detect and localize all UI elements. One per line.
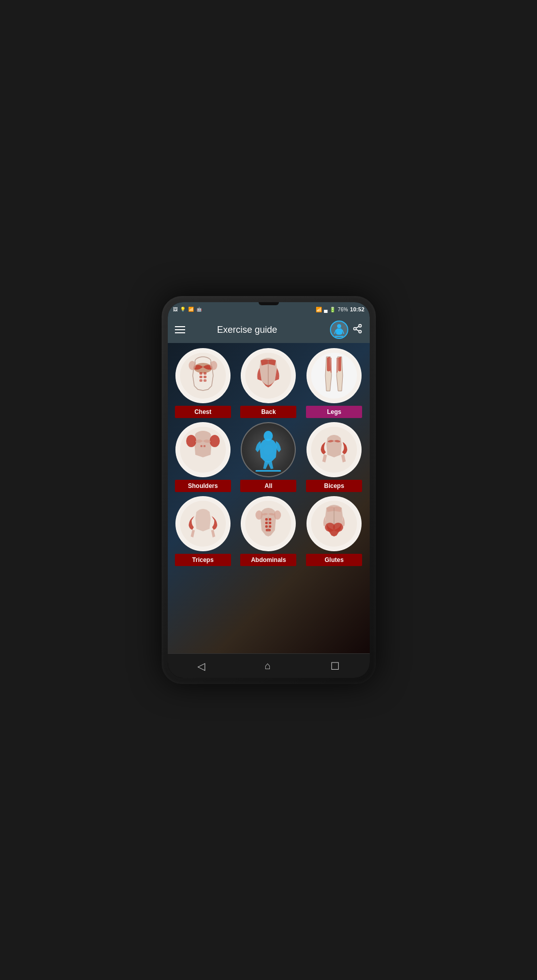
svg-rect-30	[265, 518, 268, 521]
glutes-circle	[306, 496, 362, 551]
back-label: Back	[240, 406, 296, 418]
svg-point-16	[210, 361, 217, 370]
svg-rect-24	[203, 445, 206, 447]
triceps-circle	[175, 496, 231, 551]
share-button[interactable]	[352, 324, 363, 336]
legs-circle	[306, 348, 362, 403]
main-content: Chest	[168, 343, 370, 653]
back-item[interactable]: Back	[237, 348, 300, 418]
all-circle	[241, 422, 296, 477]
svg-point-22	[210, 435, 220, 447]
svg-point-0	[337, 324, 341, 328]
glutes-label: Glutes	[306, 554, 362, 566]
biceps-circle	[306, 422, 362, 477]
shoulders-label: Shoulders	[175, 480, 231, 492]
svg-rect-7	[180, 353, 226, 399]
triceps-label: Triceps	[175, 554, 231, 566]
nav-bar: ◁ ⌂ ☐	[168, 653, 370, 678]
legs-muscle-icon	[311, 353, 357, 399]
abdominals-item[interactable]: Abdominals	[237, 496, 300, 566]
svg-rect-19	[311, 353, 357, 399]
battery-icon: 🔋	[329, 307, 336, 312]
legs-label: Legs	[306, 406, 362, 418]
svg-point-15	[189, 361, 196, 370]
biceps-muscle-icon	[311, 427, 357, 473]
svg-line-5	[356, 329, 359, 331]
svg-rect-9	[199, 372, 202, 375]
legs-item[interactable]: Legs	[303, 348, 366, 418]
share-icon	[352, 324, 363, 334]
svg-rect-31	[269, 518, 271, 521]
battery-percent: 76%	[338, 307, 348, 312]
android-icon: 🤖	[196, 307, 202, 312]
time-display: 10:52	[350, 306, 364, 312]
svg-rect-34	[265, 525, 268, 528]
bulb-icon: 💡	[180, 307, 186, 312]
app-title: Exercise guide	[190, 325, 304, 335]
svg-point-4	[359, 330, 361, 333]
svg-line-6	[356, 326, 359, 328]
svg-rect-33	[269, 522, 271, 524]
app-bar: Exercise guide	[168, 316, 370, 343]
glutes-item[interactable]: Glutes	[303, 496, 366, 566]
chest-muscle-icon	[180, 353, 226, 399]
svg-rect-26	[255, 470, 281, 472]
chest-label: Chest	[175, 406, 231, 418]
shoulders-circle	[175, 422, 231, 477]
abdominals-label: Abdominals	[240, 554, 296, 566]
all-item[interactable]: All	[237, 422, 300, 492]
muscle-grid: Chest	[168, 343, 370, 571]
svg-point-2	[359, 324, 361, 327]
svg-rect-35	[269, 525, 271, 528]
svg-point-39	[274, 510, 281, 520]
home-nav-button[interactable]: ⌂	[265, 660, 271, 672]
phone-notch	[259, 302, 279, 305]
shoulders-item[interactable]: Shoulders	[172, 422, 235, 492]
status-icons-right: 📶 ▄ 🔋 76% 10:52	[316, 306, 364, 312]
chest-circle	[175, 348, 231, 403]
svg-point-21	[186, 435, 196, 447]
abdominals-circle	[241, 496, 296, 551]
svg-rect-12	[203, 376, 207, 378]
svg-rect-23	[200, 445, 202, 447]
all-muscle-icon	[245, 427, 291, 473]
signal-icon: ▄	[324, 307, 327, 312]
recent-nav-button[interactable]: ☐	[330, 660, 340, 672]
shoulders-muscle-icon	[180, 427, 226, 473]
svg-rect-1	[335, 336, 343, 337]
svg-rect-11	[199, 376, 202, 378]
svg-point-3	[353, 327, 356, 330]
phone-frame: 🖼 💡 📶 🤖 📶 ▄ 🔋 76% 10:52 Exercise guide	[162, 296, 376, 684]
chest-item[interactable]: Chest	[172, 348, 235, 418]
status-icons-left: 🖼 💡 📶 🤖	[173, 307, 202, 312]
glutes-muscle-icon	[311, 501, 357, 547]
svg-rect-32	[265, 522, 268, 524]
menu-button[interactable]	[175, 326, 185, 333]
wifi-signal-icon: 📶	[188, 307, 194, 312]
svg-point-38	[255, 510, 263, 520]
triceps-muscle-icon	[180, 501, 226, 547]
biceps-label: Biceps	[306, 480, 362, 492]
svg-point-43	[333, 523, 343, 532]
app-bar-icons	[330, 321, 363, 339]
wifi-icon: 📶	[316, 307, 322, 312]
abdominals-muscle-icon	[245, 501, 291, 547]
svg-rect-13	[199, 379, 202, 382]
back-muscle-icon	[245, 353, 291, 399]
avatar-button[interactable]	[330, 321, 348, 339]
all-label: All	[240, 480, 296, 492]
svg-rect-14	[203, 379, 207, 382]
avatar-figure-icon	[332, 323, 346, 337]
triceps-item[interactable]: Triceps	[172, 496, 235, 566]
biceps-item[interactable]: Biceps	[303, 422, 366, 492]
phone-screen: 🖼 💡 📶 🤖 📶 ▄ 🔋 76% 10:52 Exercise guide	[168, 302, 370, 678]
back-nav-button[interactable]: ◁	[197, 660, 205, 672]
back-circle	[241, 348, 296, 403]
image-icon: 🖼	[173, 307, 177, 312]
svg-rect-10	[203, 372, 207, 375]
